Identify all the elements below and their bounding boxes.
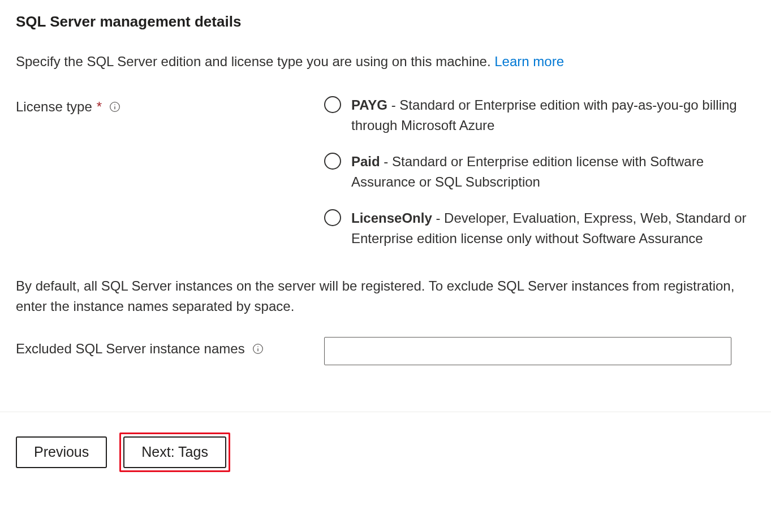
- radio-name: LicenseOnly: [351, 210, 432, 226]
- exclude-paragraph: By default, all SQL Server instances on …: [16, 276, 755, 317]
- info-icon[interactable]: [252, 343, 264, 355]
- radio-desc: - Standard or Enterprise edition with pa…: [351, 97, 737, 133]
- radio-desc: - Standard or Enterprise edition license…: [351, 154, 704, 189]
- radio-name: Paid: [351, 154, 380, 169]
- learn-more-link[interactable]: Learn more: [494, 54, 564, 69]
- radio-text: Paid - Standard or Enterprise edition li…: [351, 152, 755, 192]
- radio-text: LicenseOnly - Developer, Evaluation, Exp…: [351, 208, 755, 249]
- radio-option-payg[interactable]: PAYG - Standard or Enterprise edition wi…: [324, 95, 755, 136]
- radio-text: PAYG - Standard or Enterprise edition wi…: [351, 95, 755, 136]
- section-title: SQL Server management details: [16, 11, 755, 32]
- exclude-label-col: Excluded SQL Server instance names: [16, 337, 324, 358]
- footer-buttons: Previous Next: Tags: [16, 432, 755, 472]
- exclude-instances-row: Excluded SQL Server instance names: [16, 337, 755, 365]
- radio-option-licenseonly[interactable]: LicenseOnly - Developer, Evaluation, Exp…: [324, 208, 755, 249]
- license-type-radio-group: PAYG - Standard or Enterprise edition wi…: [324, 95, 755, 249]
- description-text: Specify the SQL Server edition and licen…: [16, 54, 494, 69]
- license-type-control: PAYG - Standard or Enterprise edition wi…: [324, 95, 755, 249]
- radio-circle: [324, 153, 341, 170]
- footer-divider: [0, 412, 771, 412]
- section-description: Specify the SQL Server edition and licen…: [16, 52, 755, 71]
- license-type-label-col: License type *: [16, 95, 324, 116]
- info-icon[interactable]: [109, 101, 121, 113]
- next-tags-button[interactable]: Next: Tags: [123, 436, 226, 468]
- required-asterisk: *: [97, 97, 102, 116]
- previous-button[interactable]: Previous: [16, 436, 107, 468]
- exclude-label: Excluded SQL Server instance names: [16, 339, 245, 358]
- license-type-label: License type: [16, 97, 92, 116]
- next-button-highlight: Next: Tags: [119, 432, 230, 472]
- svg-point-5: [257, 346, 259, 347]
- svg-point-2: [114, 104, 115, 105]
- radio-circle: [324, 96, 341, 113]
- exclude-control: [324, 337, 755, 365]
- excluded-instances-input[interactable]: [324, 337, 731, 365]
- radio-option-paid[interactable]: Paid - Standard or Enterprise edition li…: [324, 152, 755, 192]
- radio-circle: [324, 209, 341, 226]
- radio-name: PAYG: [351, 97, 387, 113]
- license-type-row: License type * PAYG - Standard or Enterp…: [16, 95, 755, 249]
